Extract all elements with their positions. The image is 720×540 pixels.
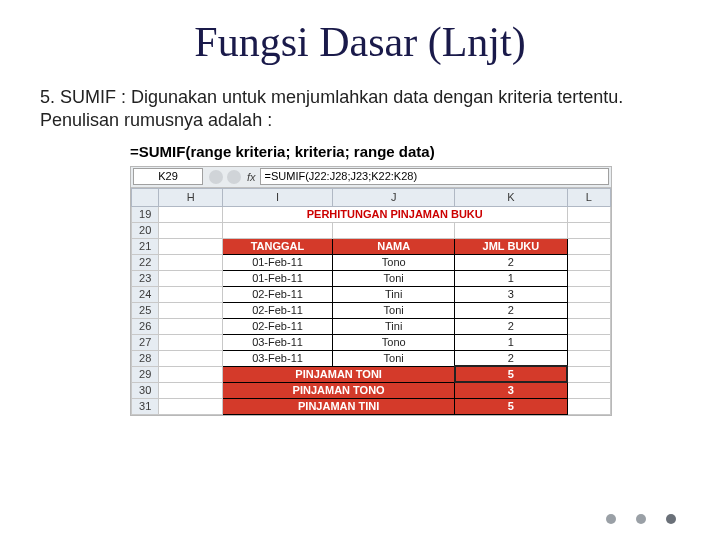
th-jml: JML BUKU [455, 238, 567, 254]
cell-nama[interactable]: Toni [333, 350, 455, 366]
slide-bullets [606, 514, 676, 524]
excel-screenshot: K29 fx =SUMIF(J22:J28;J23;K22:K28) H I J… [130, 166, 612, 416]
row-header[interactable]: 28 [132, 350, 159, 366]
table-row: 2201-Feb-11Tono2 [132, 254, 611, 270]
cell-tanggal[interactable]: 03-Feb-11 [222, 334, 332, 350]
cell-jml[interactable]: 1 [455, 334, 567, 350]
name-box[interactable]: K29 [133, 168, 203, 185]
cell-tanggal[interactable]: 02-Feb-11 [222, 302, 332, 318]
cell-nama[interactable]: Tini [333, 318, 455, 334]
col-header[interactable]: H [159, 188, 223, 206]
body-text: 5. SUMIF : Digunakan untuk menjumlahkan … [40, 86, 680, 133]
excel-toolbar: K29 fx =SUMIF(J22:J28;J23;K22:K28) [131, 167, 611, 188]
cell-nama[interactable]: Tini [333, 286, 455, 302]
bullet-icon [606, 514, 616, 524]
row-header[interactable]: 27 [132, 334, 159, 350]
summary-value[interactable]: 3 [455, 382, 567, 398]
table-row: 2502-Feb-11Toni2 [132, 302, 611, 318]
cell-jml[interactable]: 2 [455, 302, 567, 318]
cell-tanggal[interactable]: 03-Feb-11 [222, 350, 332, 366]
row-header[interactable]: 23 [132, 270, 159, 286]
row-header[interactable]: 24 [132, 286, 159, 302]
table-row: 2703-Feb-11Tono1 [132, 334, 611, 350]
cell-nama[interactable]: Tono [333, 334, 455, 350]
table-row: 2602-Feb-11Tini2 [132, 318, 611, 334]
summary-value[interactable]: 5 [455, 366, 567, 382]
slide-title: Fungsi Dasar (Lnjt) [0, 18, 720, 66]
cell-tanggal[interactable]: 02-Feb-11 [222, 286, 332, 302]
table-row: 29PINJAMAN TONI5 [132, 366, 611, 382]
table-title: PERHITUNGAN PINJAMAN BUKU [222, 206, 567, 222]
row-header[interactable]: 29 [132, 366, 159, 382]
cancel-icon [209, 170, 223, 184]
summary-label: PINJAMAN TONI [222, 366, 454, 382]
th-tanggal: TANGGAL [222, 238, 332, 254]
table-row: 19PERHITUNGAN PINJAMAN BUKU [132, 206, 611, 222]
row-header[interactable]: 21 [132, 238, 159, 254]
cell-tanggal[interactable]: 01-Feb-11 [222, 254, 332, 270]
fx-icon[interactable]: fx [247, 171, 256, 183]
col-header[interactable]: K [455, 188, 567, 206]
cell-nama[interactable]: Tono [333, 254, 455, 270]
row-header[interactable]: 19 [132, 206, 159, 222]
row-header[interactable]: 26 [132, 318, 159, 334]
col-header[interactable]: L [567, 188, 611, 206]
cell-tanggal[interactable]: 01-Feb-11 [222, 270, 332, 286]
row-header[interactable]: 25 [132, 302, 159, 318]
bullet-icon [666, 514, 676, 524]
summary-value[interactable]: 5 [455, 398, 567, 414]
table-row: 30PINJAMAN TONO3 [132, 382, 611, 398]
spreadsheet-grid[interactable]: H I J K L 19PERHITUNGAN PINJAMAN BUKU202… [131, 188, 611, 415]
cell-nama[interactable]: Toni [333, 270, 455, 286]
col-header[interactable]: J [333, 188, 455, 206]
table-row: 31PINJAMAN TINI5 [132, 398, 611, 414]
th-nama: NAMA [333, 238, 455, 254]
formula-syntax: =SUMIF(range kriteria; kriteria; range d… [130, 143, 720, 160]
row-header[interactable]: 31 [132, 398, 159, 414]
bullet-icon [636, 514, 646, 524]
row-header[interactable]: 20 [132, 222, 159, 238]
cell-nama[interactable]: Toni [333, 302, 455, 318]
check-icon [227, 170, 241, 184]
cell-jml[interactable]: 1 [455, 270, 567, 286]
table-row: 2402-Feb-11Tini3 [132, 286, 611, 302]
summary-label: PINJAMAN TINI [222, 398, 454, 414]
col-header[interactable]: I [222, 188, 332, 206]
summary-label: PINJAMAN TONO [222, 382, 454, 398]
table-row: 2301-Feb-11Toni1 [132, 270, 611, 286]
formula-bar[interactable]: =SUMIF(J22:J28;J23;K22:K28) [260, 168, 609, 185]
table-row: 20 [132, 222, 611, 238]
cell-jml[interactable]: 2 [455, 318, 567, 334]
cell-tanggal[interactable]: 02-Feb-11 [222, 318, 332, 334]
row-header[interactable]: 22 [132, 254, 159, 270]
cell-jml[interactable]: 2 [455, 254, 567, 270]
table-row: 21TANGGALNAMAJML BUKU [132, 238, 611, 254]
table-row: 2803-Feb-11Toni2 [132, 350, 611, 366]
cell-jml[interactable]: 3 [455, 286, 567, 302]
cell-jml[interactable]: 2 [455, 350, 567, 366]
column-header-row: H I J K L [132, 188, 611, 206]
row-header[interactable]: 30 [132, 382, 159, 398]
